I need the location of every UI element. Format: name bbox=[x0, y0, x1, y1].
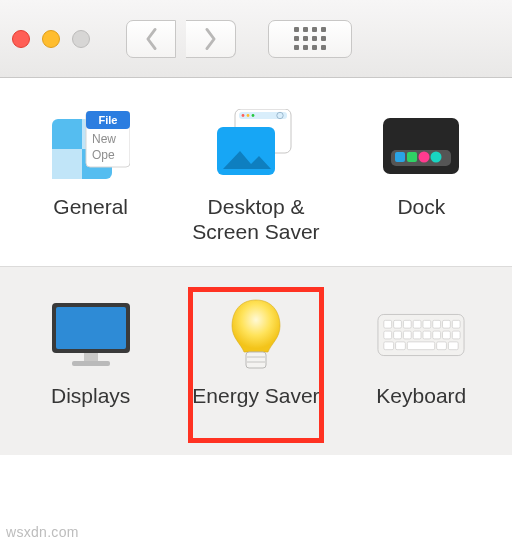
pref-dock[interactable]: Dock bbox=[341, 106, 501, 246]
svg-rect-33 bbox=[443, 320, 451, 328]
chevron-right-icon bbox=[202, 27, 219, 51]
svg-point-17 bbox=[419, 152, 430, 163]
close-window-button[interactable] bbox=[12, 30, 30, 48]
pref-displays-label: Displays bbox=[51, 383, 130, 435]
pref-dock-label: Dock bbox=[397, 194, 445, 246]
svg-rect-38 bbox=[413, 331, 421, 339]
desktop-screensaver-icon bbox=[211, 106, 301, 186]
svg-point-8 bbox=[247, 114, 250, 117]
svg-rect-32 bbox=[433, 320, 441, 328]
show-all-button[interactable] bbox=[268, 20, 352, 58]
general-new-text: New bbox=[92, 132, 116, 146]
window-toolbar bbox=[0, 0, 512, 78]
svg-rect-29 bbox=[404, 320, 412, 328]
general-icon: File New Ope bbox=[46, 106, 136, 186]
zoom-window-button[interactable] bbox=[72, 30, 90, 48]
energy-saver-icon bbox=[211, 295, 301, 375]
svg-rect-31 bbox=[423, 320, 431, 328]
pref-energy-saver[interactable]: Energy Saver bbox=[176, 295, 336, 435]
svg-rect-39 bbox=[423, 331, 431, 339]
pref-general[interactable]: File New Ope General bbox=[11, 106, 171, 246]
svg-rect-46 bbox=[437, 342, 447, 350]
grid-icon bbox=[294, 27, 326, 50]
svg-rect-15 bbox=[395, 152, 405, 162]
displays-icon bbox=[46, 295, 136, 375]
svg-rect-35 bbox=[384, 331, 392, 339]
svg-rect-1 bbox=[52, 149, 82, 179]
traffic-lights bbox=[12, 30, 90, 48]
forward-button[interactable] bbox=[186, 20, 236, 58]
svg-rect-36 bbox=[394, 331, 402, 339]
pref-displays[interactable]: Displays bbox=[11, 295, 171, 435]
svg-rect-22 bbox=[72, 361, 110, 366]
dock-icon bbox=[376, 106, 466, 186]
prefs-row-2: Displays Energy Saver bbox=[0, 267, 512, 455]
svg-rect-34 bbox=[453, 320, 461, 328]
svg-rect-6 bbox=[239, 112, 287, 119]
svg-rect-37 bbox=[404, 331, 412, 339]
chevron-left-icon bbox=[143, 27, 160, 51]
svg-point-18 bbox=[431, 152, 442, 163]
svg-rect-47 bbox=[449, 342, 459, 350]
pref-energy-saver-label: Energy Saver bbox=[192, 383, 319, 435]
pref-desktop-screensaver-label: Desktop & Screen Saver bbox=[176, 194, 336, 246]
back-button[interactable] bbox=[126, 20, 176, 58]
pref-desktop-screensaver[interactable]: Desktop & Screen Saver bbox=[176, 106, 336, 246]
watermark-text: wsxdn.com bbox=[6, 524, 79, 540]
svg-rect-40 bbox=[433, 331, 441, 339]
svg-rect-21 bbox=[84, 353, 98, 361]
svg-rect-44 bbox=[396, 342, 406, 350]
general-open-text: Ope bbox=[92, 148, 115, 162]
svg-rect-27 bbox=[384, 320, 392, 328]
svg-rect-20 bbox=[56, 307, 126, 349]
pref-general-label: General bbox=[53, 194, 128, 246]
svg-rect-45 bbox=[408, 342, 435, 350]
svg-rect-42 bbox=[453, 331, 461, 339]
svg-rect-43 bbox=[384, 342, 394, 350]
svg-rect-41 bbox=[443, 331, 451, 339]
minimize-window-button[interactable] bbox=[42, 30, 60, 48]
svg-rect-23 bbox=[246, 352, 266, 368]
general-file-text: File bbox=[98, 114, 117, 126]
svg-rect-30 bbox=[413, 320, 421, 328]
pref-keyboard[interactable]: Keyboard bbox=[341, 295, 501, 435]
svg-point-7 bbox=[242, 114, 245, 117]
svg-rect-16 bbox=[407, 152, 417, 162]
prefs-row-1: File New Ope General Desktop & Screen Sa… bbox=[0, 78, 512, 267]
pref-keyboard-label: Keyboard bbox=[376, 383, 466, 435]
svg-point-9 bbox=[252, 114, 255, 117]
keyboard-icon bbox=[376, 295, 466, 375]
svg-rect-28 bbox=[394, 320, 402, 328]
